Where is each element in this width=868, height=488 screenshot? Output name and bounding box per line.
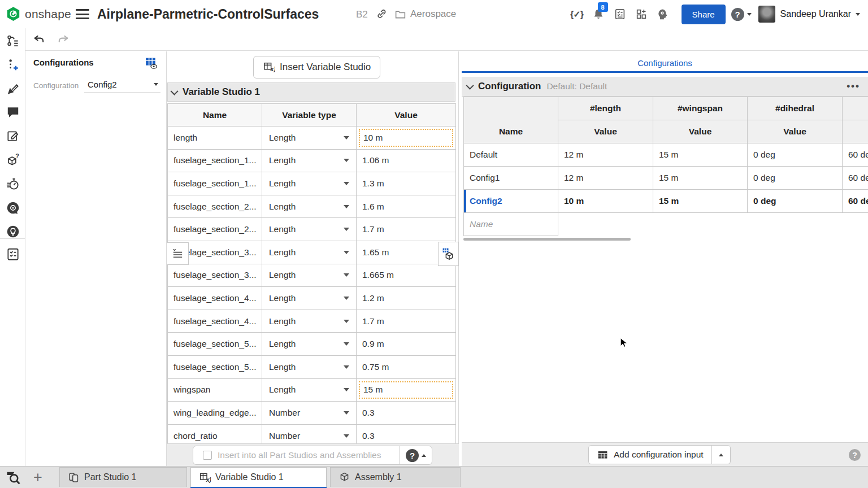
variable-value-field[interactable]: 0.9 m (357, 333, 456, 356)
configuration-panel-toggle[interactable] (438, 242, 459, 266)
config-cell-value[interactable]: 15 m (653, 143, 748, 167)
apps-button[interactable] (631, 0, 652, 28)
tab-variable-studio-1[interactable]: x) Variable Studio 1 (190, 467, 327, 487)
config-cell-value[interactable]: 12 m (558, 167, 653, 190)
variable-value-field[interactable]: 1.7 m (357, 310, 456, 333)
add-configuration-caret-button[interactable] (711, 446, 730, 464)
insert-variable-studio-button[interactable]: x) Insert Variable Studio (253, 56, 380, 79)
lightbulb-icon[interactable] (6, 224, 20, 239)
variable-value-field[interactable]: 1.2 m (357, 287, 456, 310)
sketch-pencil-icon[interactable] (6, 82, 20, 97)
variable-type-dropdown[interactable]: Length (262, 172, 357, 195)
config-cell-value[interactable]: 15 m (653, 190, 748, 213)
footer-help-button[interactable]: ? (400, 446, 432, 464)
undo-button[interactable] (33, 33, 46, 46)
link-icon[interactable] (376, 8, 388, 20)
user-menu-caret-icon[interactable] (856, 13, 860, 16)
search-tabs-icon[interactable] (5, 469, 22, 486)
share-button[interactable]: Share (682, 5, 726, 24)
variable-type-dropdown[interactable]: Length (262, 150, 357, 173)
config-cell-value[interactable]: 60 deg (843, 190, 868, 213)
variable-value-field[interactable]: 15 m (357, 379, 456, 402)
hamburger-menu-icon[interactable] (76, 9, 89, 19)
variable-name-cell[interactable]: chord_ratio (168, 425, 262, 443)
configuration-table-eye-icon[interactable] (144, 56, 158, 70)
config-param-header[interactable]: #wingspan (653, 97, 748, 120)
checklist-panel-icon[interactable] (6, 247, 20, 262)
config-param-header[interactable]: #length (558, 97, 653, 120)
add-configuration-input-button[interactable]: Add configuration input (589, 446, 711, 464)
variable-name-cell[interactable]: fuselage_section_5... (168, 333, 262, 356)
learning-center-button[interactable] (652, 0, 674, 28)
variable-value-field[interactable]: 1.7 m (357, 218, 456, 241)
variables-button[interactable]: {✓} (566, 0, 588, 28)
gear-bubble-icon[interactable] (6, 201, 20, 215)
avatar[interactable] (758, 6, 775, 23)
tab-assembly-1[interactable]: Assembly 1 (330, 467, 461, 487)
notifications-button[interactable]: 8 (588, 0, 609, 28)
panel-help-icon[interactable]: ? (849, 449, 861, 461)
variable-type-dropdown[interactable]: Length (262, 127, 357, 150)
config-cell-value[interactable]: 12 m (558, 143, 653, 167)
config-cell-value[interactable]: 60 deg (843, 167, 868, 190)
variable-name-cell[interactable]: fuselage_section_2... (168, 218, 262, 241)
config-cell-value[interactable]: 10 m (558, 190, 653, 213)
overflow-menu-icon[interactable]: ••• (847, 81, 860, 92)
variable-type-dropdown[interactable]: Number (262, 402, 357, 425)
variable-type-dropdown[interactable]: Length (262, 218, 357, 241)
variable-type-dropdown[interactable]: Length (262, 310, 357, 333)
stopwatch-icon[interactable] (6, 177, 20, 191)
variable-name-cell[interactable]: wing_leading_edge... (168, 402, 262, 425)
config-row-name[interactable]: Default (464, 143, 558, 167)
variable-type-dropdown[interactable]: Length (262, 241, 357, 264)
variable-type-dropdown[interactable]: Length (262, 264, 357, 287)
variable-name-cell[interactable]: fuselage_section_2... (168, 195, 262, 219)
configuration-section-header[interactable]: Configuration Default: Default ••• (462, 77, 868, 97)
variable-name-cell[interactable]: fuselage_section_5... (168, 356, 262, 379)
variable-value-field[interactable]: 1.665 m (357, 264, 456, 287)
variable-name-cell[interactable]: fuselage_section_3... (168, 264, 262, 287)
variable-value-field[interactable]: 0.3 (357, 425, 456, 443)
redo-button[interactable] (57, 33, 70, 46)
document-title[interactable]: Airplane-Parmetric-ControlSurfaces (97, 0, 319, 28)
variable-name-cell[interactable]: fuselage_section_4... (168, 287, 262, 310)
config-cell-value[interactable]: 15 m (653, 167, 748, 190)
variable-type-dropdown[interactable]: Length (262, 333, 357, 356)
config-row-name[interactable]: Config2 (464, 190, 558, 213)
variable-value-field[interactable]: 0.3 (357, 402, 456, 425)
help-menu[interactable]: ? (731, 8, 752, 21)
version-label[interactable]: B2 (356, 0, 368, 28)
tab-part-studio-1[interactable]: Part Studio 1 (59, 467, 187, 487)
variable-type-dropdown[interactable]: Length (262, 356, 357, 379)
insert-all-checkbox[interactable] (203, 451, 212, 460)
tasks-button[interactable] (609, 0, 631, 28)
comment-icon[interactable] (6, 105, 20, 120)
variable-value-field[interactable]: 1.3 m (357, 172, 456, 195)
user-name[interactable]: Sandeep Urankar (780, 9, 851, 19)
folder-breadcrumb[interactable]: Aerospace (394, 0, 456, 28)
configuration-select[interactable]: Config2 (84, 76, 160, 93)
variable-studio-panel-header[interactable]: Variable Studio 1 (167, 82, 455, 102)
variable-type-dropdown[interactable]: Length (262, 195, 357, 219)
horizontal-scrollbar[interactable] (463, 238, 631, 241)
config-cell-value[interactable]: 0 deg (748, 190, 843, 213)
variable-name-cell[interactable]: wingspan (168, 379, 262, 402)
variable-value-field[interactable]: 1.6 m (357, 195, 456, 219)
variable-type-dropdown[interactable]: Number (262, 425, 357, 443)
variable-name-cell[interactable]: fuselage_section_1... (168, 172, 262, 195)
variable-value-field[interactable]: 0.75 m (357, 356, 456, 379)
onshape-logo[interactable]: onshape (6, 6, 71, 21)
cube-question-icon[interactable]: ? (6, 153, 20, 168)
versions-history-icon[interactable] (6, 34, 20, 49)
create-version-icon[interactable] (6, 58, 20, 72)
new-tab-button[interactable]: + (29, 467, 46, 488)
new-configuration-input[interactable]: Name (464, 213, 558, 236)
configurations-tab-title[interactable]: Configurations (462, 58, 868, 68)
config-row-name[interactable]: Config1 (464, 167, 558, 190)
variable-type-dropdown[interactable]: Length (262, 379, 357, 402)
config-param-header[interactable]: #dihedral (748, 97, 843, 120)
variable-value-field[interactable]: 1.06 m (357, 150, 456, 173)
variable-name-cell[interactable]: fuselage_section_4... (168, 310, 262, 333)
config-cell-value[interactable]: 60 deg (843, 143, 868, 167)
variable-name-cell[interactable]: length (168, 127, 262, 150)
